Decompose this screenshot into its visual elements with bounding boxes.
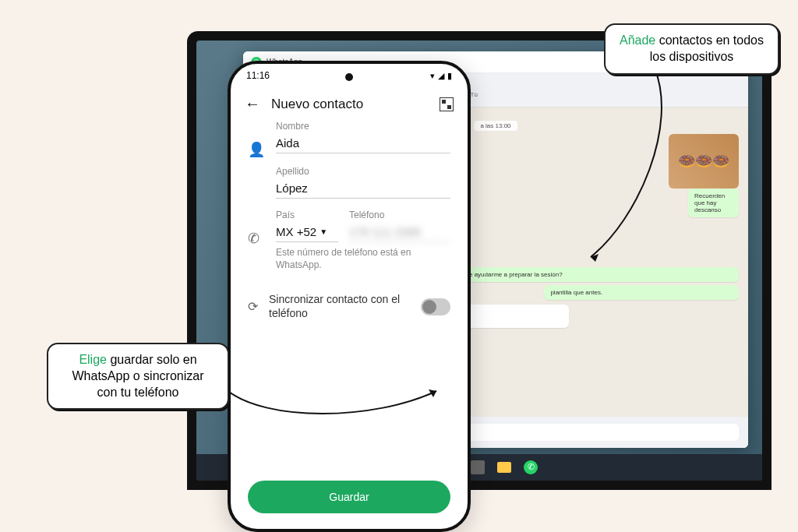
save-button[interactable]: Guardar [248, 481, 450, 513]
back-button[interactable]: ← [245, 95, 260, 113]
status-time: 11:16 [246, 70, 270, 81]
whatsapp-taskbar-icon[interactable] [524, 460, 538, 474]
sync-toggle[interactable] [421, 298, 450, 315]
qr-scan-icon[interactable] [440, 97, 454, 111]
phone-mockup: 11:16 ▾ ◢ ▮ ← Nuevo contacto 👤 Nombre Ap… [228, 61, 471, 532]
phone-number-input[interactable] [349, 222, 450, 242]
camera-notch [345, 73, 353, 81]
screen-title: Nuevo contacto [271, 97, 429, 112]
phone-helper-text: Este número de teléfono está en WhatsApp… [276, 247, 450, 271]
signal-icon: ◢ [438, 71, 444, 81]
phone-icon: ✆ [248, 210, 265, 247]
message-out: Recuerden que hay descanso [688, 188, 739, 217]
message-image-donuts[interactable] [669, 134, 739, 188]
battery-icon: ▮ [447, 71, 452, 81]
country-select[interactable]: MX +52▼ [276, 222, 338, 242]
sync-icon: ⟳ [248, 299, 258, 314]
message-out: plantilla que antes. [544, 285, 739, 300]
name-input[interactable] [276, 133, 450, 153]
taskbar-app-icon[interactable] [471, 460, 485, 474]
phone-label: Teléfono [349, 210, 450, 220]
surname-label: Apellido [276, 166, 450, 177]
surname-input[interactable] [276, 178, 450, 199]
file-explorer-icon[interactable] [497, 462, 511, 473]
country-label: País [276, 210, 338, 220]
wifi-icon: ▾ [430, 71, 435, 81]
callout-add-contacts: Añade contactos en todos los dispositivo… [604, 23, 779, 75]
person-icon: 👤 [248, 121, 265, 158]
name-label: Nombre [276, 121, 450, 132]
callout-sync-choice: Elige guardar solo en WhatsApp o sincron… [47, 343, 229, 410]
sync-label: Sincronizar contacto con el teléfono [269, 293, 410, 320]
